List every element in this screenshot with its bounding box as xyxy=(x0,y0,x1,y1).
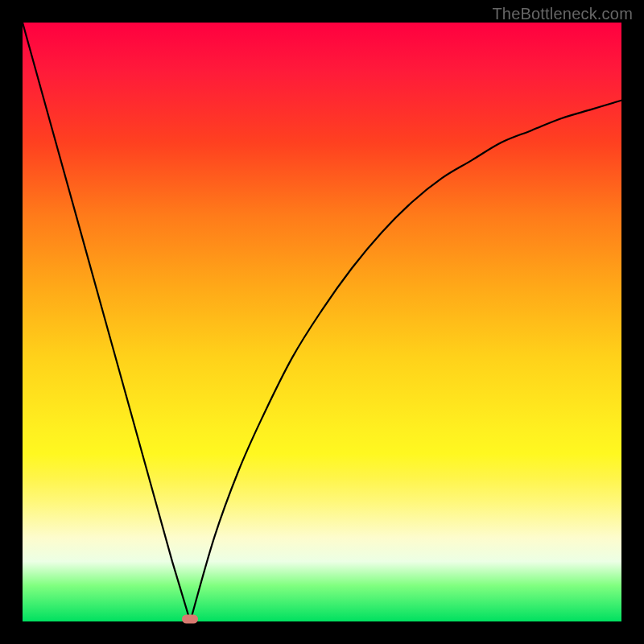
watermark-text: TheBottleneck.com xyxy=(492,5,633,23)
chart-frame: TheBottleneck.com xyxy=(0,0,644,644)
min-marker xyxy=(182,615,198,624)
curve-right-branch xyxy=(190,101,621,621)
curve-left-branch xyxy=(23,23,190,621)
curve-layer xyxy=(23,23,621,621)
plot-area xyxy=(23,23,621,621)
